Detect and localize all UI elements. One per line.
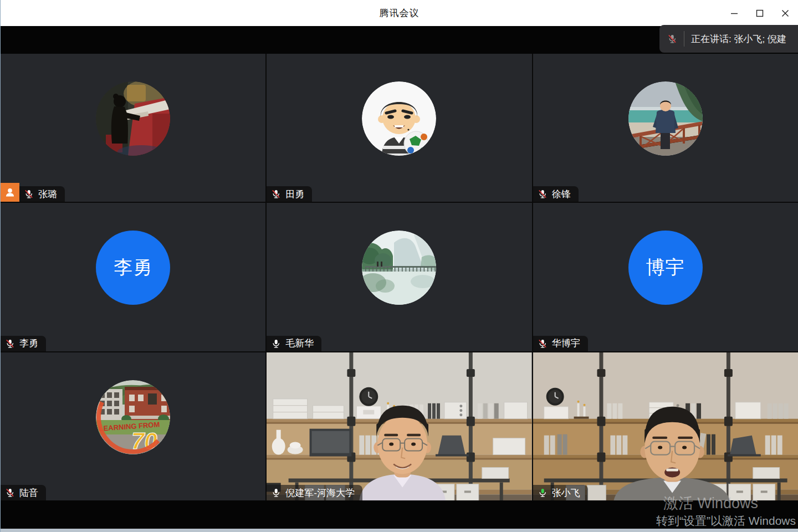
avatar-liyong: 李勇 [96,231,170,305]
mic-muted-icon [5,488,15,498]
mic-muted-icon [24,189,34,199]
video-grid: 张璐 [1,54,798,500]
windows-watermark-line1: 激活 Windows [663,493,758,513]
mic-muted-icon [5,339,15,349]
avatar-initials: 博宇 [646,255,685,280]
window-title: 腾讯会议 [380,7,420,19]
participant-name: 田勇 [285,188,304,201]
avatar-luyin: LEARNING FROM 70 [96,380,170,454]
participant-name: 毛新华 [285,337,314,350]
mic-muted-icon [538,339,548,349]
avatar-xufeng [628,81,703,156]
participant-tile-tianyong[interactable]: 田勇 [267,54,531,202]
video-feed-zhangxiaofei [533,352,798,500]
mic-on-icon [271,488,281,498]
participant-name: 陆音 [19,487,38,499]
nametag: 张璐 [19,186,65,202]
avatar-huaboyu: 博宇 [628,231,703,305]
windows-watermark-line2: 转到“设置”以激活 Windows [656,513,796,529]
nametag-row: 张璐 [1,183,65,202]
avatar-tianyong [362,81,436,156]
person-icon [4,187,16,198]
title-bar: 腾讯会议 [1,0,798,26]
close-button[interactable] [773,0,798,26]
participant-name: 张璐 [38,188,57,201]
close-icon [781,9,789,17]
participant-tile-zhangxiaofei[interactable]: 张小飞 [533,352,798,500]
minimize-icon [730,9,738,17]
avatar-initials: 李勇 [114,255,152,280]
participant-tile-liyong[interactable]: 李勇 李勇 [1,203,265,351]
speaking-banner: 正在讲话: 张小飞; 倪建 [659,25,798,53]
mic-muted-icon [667,34,677,44]
nametag: 李勇 [1,336,46,351]
participant-name: 徐锋 [552,188,571,201]
mic-speaking-icon [538,488,548,498]
avatar-zhanglu [96,81,170,156]
participant-tile-zhanglu[interactable]: 张璐 [1,54,265,202]
avatar-maoxinhua [362,231,436,305]
window-bottom-edge [1,529,798,532]
maximize-icon [756,9,764,17]
video-feed-nijianjun [267,352,531,500]
participant-tile-maoxinhua[interactable]: 毛新华 [267,203,531,351]
mic-on-icon [271,339,281,349]
mic-muted-icon [271,189,281,199]
minimize-button[interactable] [722,0,747,26]
host-badge [1,183,19,202]
participant-name: 华博宇 [552,337,580,350]
mic-muted-icon [538,189,548,199]
participant-tile-nijianjun[interactable]: 倪建军-河海大学 [267,352,531,500]
participant-tile-xufeng[interactable]: 徐锋 [533,54,798,202]
maximize-button[interactable] [747,0,773,26]
banner-divider [684,31,684,47]
speaking-banner-text: 正在讲话: 张小飞; 倪建 [691,33,786,45]
participant-name: 张小飞 [552,487,580,499]
nametag: 张小飞 [533,485,588,500]
nametag: 徐锋 [533,186,579,202]
participant-tile-huaboyu[interactable]: 博宇 华博宇 [533,203,798,351]
participant-name: 倪建军-河海大学 [285,487,355,499]
nametag: 陆音 [1,485,46,500]
nametag: 田勇 [267,186,312,202]
participant-name: 李勇 [19,337,38,350]
nametag: 倪建军-河海大学 [267,485,362,500]
nametag: 毛新华 [267,336,321,351]
participant-tile-luyin[interactable]: LEARNING FROM 70 陆音 [1,352,265,500]
meeting-window: 腾讯会议 正在讲话: 张小飞; 倪建 [0,0,798,532]
nametag: 华博宇 [533,336,588,351]
